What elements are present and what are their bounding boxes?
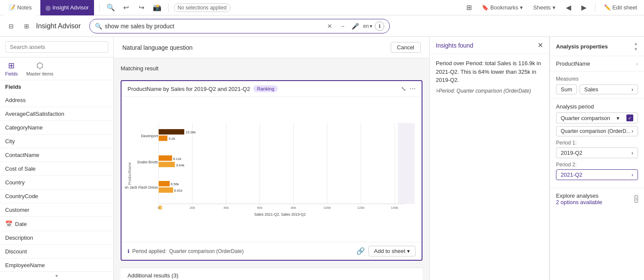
bookmarks-chevron: ▾ bbox=[520, 4, 523, 11]
search-input[interactable] bbox=[105, 23, 325, 30]
sales-measure-btn[interactable]: Sales › bbox=[580, 84, 638, 94]
add-to-sheet-btn[interactable]: Add to sheet ▾ bbox=[368, 246, 416, 256]
edit-sheet-btn[interactable]: ✏️ Edit sheet bbox=[601, 3, 641, 12]
averagecall-label: AverageCallSatisfaction bbox=[5, 111, 64, 117]
link-btn[interactable]: 🔗 bbox=[356, 247, 365, 255]
notes-tab[interactable]: 📝 Notes bbox=[3, 0, 37, 15]
add-sheet-label: Add to sheet bbox=[374, 248, 405, 254]
submit-search-btn[interactable]: → bbox=[337, 21, 348, 31]
add-sheet-chevron: ▾ bbox=[407, 248, 410, 254]
sidebar-item-costofsale[interactable]: Cost of Sale bbox=[0, 162, 113, 176]
clear-search-btn[interactable]: ✕ bbox=[325, 21, 335, 31]
sidebar: ⊞ Fields ⬡ Master items Fields Address A… bbox=[0, 37, 114, 280]
explore-chevron-btn[interactable]: › bbox=[635, 195, 638, 203]
insight-advisor-tab[interactable]: ◎ Insight Advisor bbox=[40, 0, 94, 15]
insights-close-btn[interactable]: ✕ bbox=[538, 41, 543, 49]
chart-card: ProductName by Sales for 2019-Q2 and 202… bbox=[121, 80, 422, 261]
additional-results-tab[interactable]: Additional results (3) bbox=[121, 268, 422, 280]
explore-sub[interactable]: 2 options available bbox=[556, 199, 602, 205]
analysis-header: Analysis properties bbox=[556, 43, 608, 50]
period-dropdown[interactable]: Quarter comparison ▾ ✓ bbox=[556, 112, 638, 123]
svg-text:Snake Boots: Snake Boots bbox=[137, 160, 158, 164]
sidebar-search-area bbox=[0, 37, 113, 57]
chart-actions: ⤡ ⋯ bbox=[401, 85, 416, 92]
nlq-header: Natural language question Cancel bbox=[114, 37, 429, 58]
employeename-label: EmployeeName bbox=[5, 262, 45, 268]
nlq-title: Natural language question bbox=[122, 44, 192, 51]
period1-label: Period 1: bbox=[556, 140, 638, 146]
discount-label: Discount bbox=[5, 248, 27, 255]
sidebar-list: Address AverageCallSatisfaction Category… bbox=[0, 93, 113, 271]
sidebar-fields-btn[interactable]: ⊞ Fields bbox=[5, 61, 18, 76]
product-name-field-btn[interactable]: ProductName › bbox=[556, 60, 638, 67]
sidebar-scroll-down-btn[interactable]: ▼ bbox=[55, 274, 59, 278]
sidebar-master-items-btn[interactable]: ⬡ Master items bbox=[26, 61, 53, 76]
cancel-btn[interactable]: Cancel bbox=[391, 42, 421, 53]
sidebar-item-customer[interactable]: Customer bbox=[0, 203, 113, 217]
toolbar-right: ⊞ 🔖 Bookmarks ▾ Sheets ▾ ◀ ▶ ✏️ Edit she… bbox=[463, 2, 641, 14]
more-options-btn[interactable]: ⋯ bbox=[410, 85, 416, 92]
fullscreen-btn[interactable]: ⤡ bbox=[401, 85, 406, 92]
measures-section: Measures Sum Sales › bbox=[550, 72, 644, 99]
grid-btn[interactable]: ⊞ bbox=[463, 2, 475, 14]
period-comparison-link[interactable]: Quarter comparison (OrderD... › bbox=[556, 126, 638, 136]
chart-header: ProductName by Sales for 2019-Q2 and 202… bbox=[122, 81, 422, 97]
period1-value-btn[interactable]: 2019-Q2 › bbox=[556, 148, 638, 158]
svg-text:0: 0 bbox=[158, 206, 160, 210]
snapshot-btn[interactable]: 📸 bbox=[151, 2, 163, 14]
svg-text:120k: 120k bbox=[357, 206, 365, 210]
left-panel-toggle-btn[interactable]: ⊟ bbox=[5, 20, 17, 32]
selection-status: No selections applied bbox=[174, 3, 231, 12]
bookmarks-label: Bookmarks bbox=[490, 4, 518, 11]
sidebar-section-title: Fields bbox=[0, 80, 113, 93]
master-items-icon: ⬡ bbox=[36, 61, 43, 70]
sheets-chevron: ▾ bbox=[553, 4, 556, 11]
svg-text:60k: 60k bbox=[257, 206, 263, 210]
next-sheet-btn[interactable]: ▶ bbox=[578, 2, 590, 14]
analysis-scroll-down-btn[interactable]: ▼ bbox=[634, 47, 638, 51]
undo-btn[interactable]: ↩ bbox=[120, 2, 132, 14]
search-bar[interactable]: 🔍 ✕ → 🎤 en ▾ ℹ bbox=[89, 19, 390, 33]
period1-chevron: › bbox=[632, 150, 633, 156]
sidebar-item-discount[interactable]: Discount bbox=[0, 245, 113, 259]
sidebar-item-contactname[interactable]: ContactName bbox=[0, 148, 113, 162]
search-bar-actions: ✕ → 🎤 en ▾ ℹ bbox=[325, 21, 384, 31]
sidebar-search-input[interactable] bbox=[5, 41, 108, 53]
sidebar-item-address[interactable]: Address bbox=[0, 93, 113, 107]
language-btn[interactable]: en ▾ bbox=[363, 23, 372, 29]
insight-advisor-title: Insight Advisor bbox=[36, 22, 81, 30]
search-tool-btn[interactable]: 🔍 bbox=[105, 2, 117, 14]
sidebar-item-description[interactable]: Description bbox=[0, 231, 113, 245]
toolbar-separator bbox=[99, 3, 100, 12]
prev-sheet-btn[interactable]: ◀ bbox=[562, 2, 574, 14]
davenport-2019-bar bbox=[159, 129, 185, 135]
info-btn[interactable]: ℹ bbox=[375, 21, 384, 31]
sidebar-item-city[interactable]: City bbox=[0, 135, 113, 148]
right-panel-toggle-btn[interactable]: ⊞ bbox=[21, 20, 33, 32]
period2-value-btn[interactable]: 2021-Q2 › bbox=[556, 169, 638, 180]
sidebar-item-employeename[interactable]: EmployeeName bbox=[0, 259, 113, 271]
bookmarks-btn[interactable]: 🔖 Bookmarks ▾ bbox=[478, 3, 526, 12]
sidebar-item-date[interactable]: 📅 Date bbox=[0, 217, 113, 231]
svg-text:5.2k: 5.2k bbox=[169, 137, 175, 141]
period-checkbox[interactable]: ✓ bbox=[626, 114, 633, 121]
period-dropdown-label: Quarter comparison bbox=[561, 115, 610, 121]
redo-btn[interactable]: ↪ bbox=[136, 2, 148, 14]
center-panel: Natural language question Cancel Matchin… bbox=[114, 37, 429, 280]
insight-advisor-tab-label: Insight Advisor bbox=[52, 4, 89, 11]
additional-results-label: Additional results (3) bbox=[128, 272, 179, 280]
jjfd-2021-bar bbox=[159, 187, 173, 193]
svg-text:20k: 20k bbox=[190, 206, 195, 210]
fields-label: Fields bbox=[5, 71, 18, 76]
sidebar-item-country[interactable]: Country bbox=[0, 176, 113, 190]
analysis-scroll-up-btn[interactable]: ▲ bbox=[634, 41, 638, 46]
sidebar-item-categoryname[interactable]: CategoryName bbox=[0, 121, 113, 135]
sidebar-item-averagecall[interactable]: AverageCallSatisfaction bbox=[0, 107, 113, 121]
analysis-panel: Analysis properties ▲ ▼ ProductName › Me… bbox=[550, 37, 644, 280]
sheets-btn[interactable]: Sheets ▾ bbox=[530, 3, 559, 12]
contactname-label: ContactName bbox=[5, 152, 39, 158]
sidebar-item-countrycode[interactable]: CountryCode bbox=[0, 190, 113, 203]
svg-text:140k: 140k bbox=[391, 206, 398, 210]
address-label: Address bbox=[5, 97, 26, 103]
voice-search-btn[interactable]: 🎤 bbox=[350, 21, 361, 31]
